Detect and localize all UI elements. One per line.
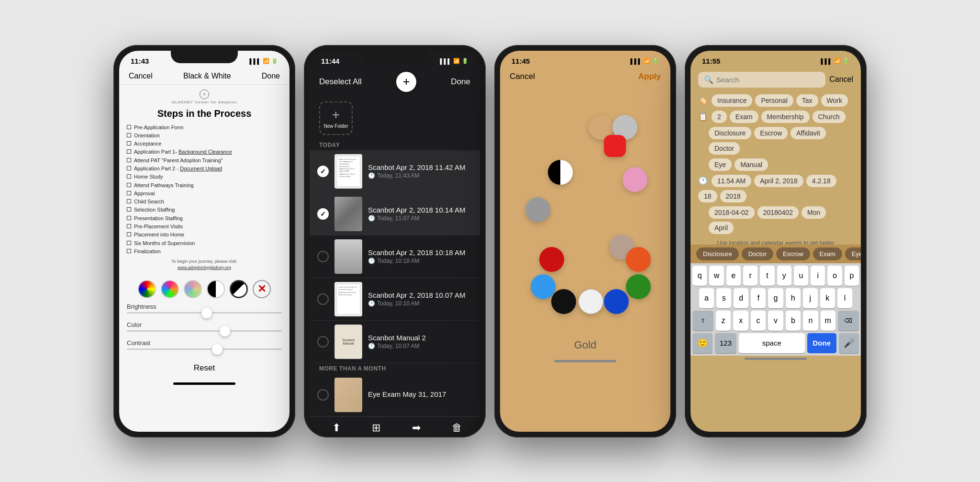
filter-vivid[interactable]: [161, 280, 179, 298]
color-dot-white[interactable]: [579, 289, 603, 314]
tag-tax[interactable]: Tax: [796, 94, 818, 107]
color-dot-gray[interactable]: [525, 197, 550, 222]
tag-manual[interactable]: Manual: [735, 158, 768, 171]
tag-insurance[interactable]: Insurance: [712, 94, 752, 107]
tag-mon[interactable]: Mon: [802, 206, 826, 219]
filter-muted[interactable]: [184, 280, 202, 298]
tag-exam[interactable]: Exam: [730, 111, 758, 123]
tag-date-short[interactable]: 4.2.18: [806, 175, 836, 187]
color-dot-blue-light[interactable]: [531, 274, 556, 299]
cancel-button-3[interactable]: Cancel: [510, 72, 535, 81]
key-n[interactable]: n: [803, 311, 818, 331]
key-u[interactable]: u: [794, 266, 808, 286]
key-done[interactable]: Done: [807, 333, 837, 353]
tag-disclosure[interactable]: Disclosure: [709, 127, 751, 139]
color-dot-blue-dark[interactable]: [604, 289, 629, 314]
key-w[interactable]: w: [709, 266, 724, 286]
send-to-button[interactable]: ⬆ Send to...: [325, 422, 347, 432]
tag-april[interactable]: April: [709, 222, 734, 234]
scan-item-1[interactable]: Steps in the Process□ Pre-Application□ O…: [310, 150, 480, 193]
key-a[interactable]: a: [699, 288, 714, 308]
key-k[interactable]: k: [820, 288, 835, 308]
color-track[interactable]: [127, 330, 282, 332]
scan-item-3[interactable]: Scanbot Apr 2, 2018 10:18 AM 🕐Today, 10:…: [310, 235, 480, 278]
quick-tag-eye[interactable]: Eye: [845, 247, 861, 260]
key-v[interactable]: v: [768, 311, 783, 331]
key-s[interactable]: s: [716, 288, 731, 308]
key-j[interactable]: j: [803, 288, 818, 308]
cancel-button-1[interactable]: Cancel: [129, 72, 153, 80]
key-m[interactable]: m: [821, 311, 835, 331]
key-numbers[interactable]: 123: [715, 333, 736, 353]
color-dot-green[interactable]: [626, 274, 651, 299]
merge-button[interactable]: ⊞ Merge: [369, 422, 384, 432]
color-dot-red-box[interactable]: [604, 135, 626, 157]
done-button-2[interactable]: Done: [451, 77, 470, 87]
key-e[interactable]: e: [726, 266, 741, 286]
deselect-all-button[interactable]: Deselect All: [319, 77, 362, 87]
scan-checkbox-1[interactable]: [317, 166, 329, 177]
color-dot-orange[interactable]: [626, 247, 651, 272]
key-x[interactable]: x: [733, 311, 748, 331]
key-d[interactable]: d: [734, 288, 748, 308]
tag-date-iso[interactable]: 2018-04-02: [709, 206, 755, 219]
tag-date-long[interactable]: April 2, 2018: [754, 175, 803, 187]
scan-checkbox-2[interactable]: [317, 208, 329, 220]
tag-2018[interactable]: 2018: [720, 190, 746, 202]
delete-button[interactable]: 🗑 Delete: [449, 422, 465, 432]
key-l[interactable]: l: [837, 288, 852, 308]
website-link[interactable]: www.adoptionbygladney.org: [178, 265, 231, 270]
move-to-button[interactable]: ➡ Move to...: [405, 422, 428, 432]
scan-item-4[interactable]: Lorem ipsum dolor sit amet consectetur a…: [310, 278, 480, 321]
tag-work[interactable]: Work: [821, 94, 848, 107]
color-thumb[interactable]: [220, 326, 230, 336]
scan-checkbox-3[interactable]: [317, 251, 329, 262]
scan-item-2[interactable]: Scanbot Apr 2, 2018 10.14 AM 🕐Today, 11:…: [310, 193, 480, 235]
quick-tag-exam[interactable]: Exam: [813, 247, 842, 260]
search-bar[interactable]: 🔍: [698, 72, 825, 88]
contrast-thumb[interactable]: [212, 344, 223, 355]
scan-checkbox-eye[interactable]: [317, 389, 329, 401]
new-folder-button[interactable]: + New Folder: [319, 101, 353, 135]
key-r[interactable]: r: [743, 266, 757, 286]
key-emoji[interactable]: 🙂: [692, 333, 713, 353]
tag-time[interactable]: 11.54 AM: [712, 175, 751, 187]
filter-bw-active[interactable]: [230, 280, 248, 298]
tag-date-compact[interactable]: 20180402: [757, 206, 799, 219]
key-q[interactable]: q: [692, 266, 707, 286]
apply-button[interactable]: Apply: [638, 72, 661, 81]
key-delete[interactable]: ⌫: [838, 311, 859, 331]
tag-church[interactable]: Church: [813, 111, 846, 123]
filter-bw-half[interactable]: [207, 280, 225, 298]
key-y[interactable]: y: [777, 266, 791, 286]
key-g[interactable]: g: [768, 288, 783, 308]
tag-escrow[interactable]: Escrow: [754, 127, 788, 139]
tag-membership[interactable]: Membership: [761, 111, 810, 123]
key-c[interactable]: c: [751, 311, 766, 331]
key-mic[interactable]: 🎤: [839, 333, 859, 353]
tag-18[interactable]: 18: [698, 190, 717, 202]
key-o[interactable]: o: [827, 266, 842, 286]
tag-eye[interactable]: Eye: [709, 158, 732, 171]
color-dot-black[interactable]: [551, 289, 576, 314]
filter-color[interactable]: [138, 280, 156, 298]
key-shift[interactable]: ⇧: [692, 311, 713, 331]
tag-2[interactable]: 2: [712, 111, 727, 123]
scan-checkbox-4[interactable]: [317, 293, 329, 305]
color-dot-pink[interactable]: [623, 167, 647, 192]
scan-checkbox-5[interactable]: [317, 336, 329, 347]
contrast-track[interactable]: [127, 348, 282, 350]
tag-affidavit[interactable]: Affidavit: [791, 127, 826, 139]
quick-tag-doctor[interactable]: Doctor: [742, 247, 773, 260]
color-dot-red[interactable]: [539, 247, 564, 272]
brightness-track[interactable]: [127, 312, 282, 314]
quick-tag-disclosure[interactable]: Disclosure: [696, 247, 739, 260]
brightness-thumb[interactable]: [201, 308, 212, 318]
key-b[interactable]: b: [786, 311, 801, 331]
reset-button[interactable]: Reset: [119, 358, 290, 379]
filter-remove[interactable]: ✕: [253, 280, 271, 298]
tag-doctor[interactable]: Doctor: [709, 142, 740, 155]
tag-personal[interactable]: Personal: [755, 94, 793, 107]
quick-tag-escrow[interactable]: Escrow: [776, 247, 810, 260]
key-i[interactable]: i: [811, 266, 825, 286]
